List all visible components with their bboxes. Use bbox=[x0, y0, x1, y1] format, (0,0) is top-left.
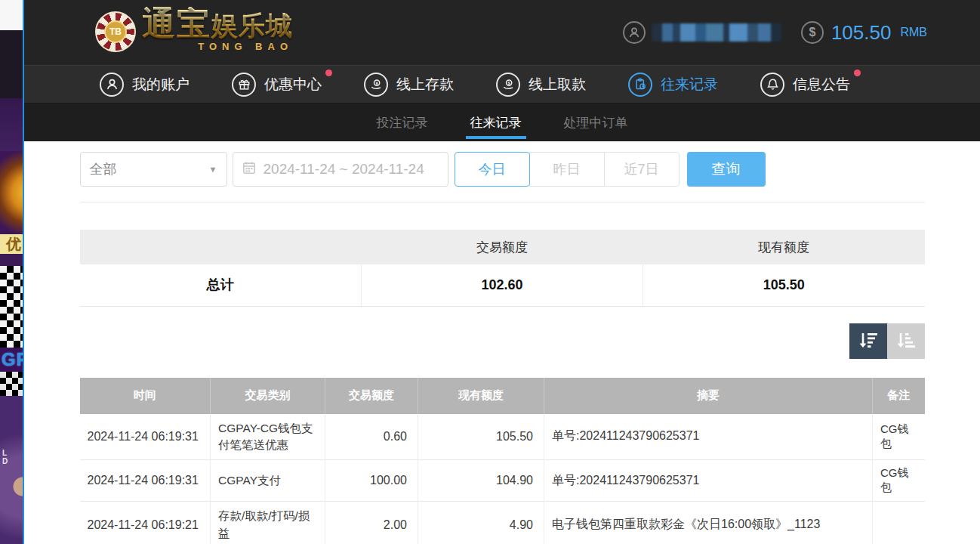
nav-label: 往来记录 bbox=[661, 75, 718, 94]
col-header-summary: 摘要 bbox=[544, 378, 873, 414]
nav-item-my-account[interactable]: 我的账户 bbox=[100, 73, 190, 97]
summary-header-row: 交易额度 现有额度 bbox=[80, 230, 925, 264]
cell-type: 存款/取款/打码/损益 bbox=[211, 502, 325, 544]
cell-note bbox=[873, 502, 925, 544]
username-block[interactable] bbox=[623, 21, 781, 44]
balance-currency: RMB bbox=[900, 26, 927, 39]
background-window-strip: 优 GF L D bbox=[0, 0, 23, 544]
col-header-amount: 交易额度 bbox=[325, 378, 418, 414]
site-header: TB 通宝娱乐城 TONG BAO $ 105.50 RMB bbox=[24, 0, 980, 65]
cell-note: CG钱包 bbox=[873, 414, 925, 460]
bg-promo-label: 优 bbox=[0, 234, 23, 254]
records-header-row: 时间 交易类别 交易额度 现有额度 摘要 备注 bbox=[80, 378, 925, 414]
summary-header-trade: 交易额度 bbox=[362, 230, 643, 264]
bg-character-art: L D bbox=[0, 396, 23, 544]
records-table: 时间 交易类别 交易额度 现有额度 摘要 备注 2024-11-24 06:19… bbox=[80, 378, 925, 544]
withdraw-icon: $ bbox=[496, 73, 520, 97]
user-icon bbox=[100, 73, 124, 97]
cell-summary: 电子钱包第四重取款彩金《次日16:00领取》_1123 bbox=[544, 502, 873, 544]
bell-icon bbox=[760, 73, 784, 97]
filter-bar: 全部 ▼ 2024-11-24 ~ 2024-11-24 今日 昨日 近7日 查… bbox=[80, 152, 925, 187]
cell-amount: 0.60 bbox=[325, 414, 418, 460]
chevron-down-icon: ▼ bbox=[209, 165, 217, 174]
summary-header-balance: 现有额度 bbox=[643, 230, 925, 264]
cell-note: CG钱包 bbox=[873, 460, 925, 502]
nav-item-withdraw[interactable]: $ 线上取款 bbox=[496, 73, 586, 97]
tab-transaction-records[interactable]: 往来记录 bbox=[466, 104, 526, 141]
nav-item-announcements[interactable]: 信息公告 bbox=[760, 73, 850, 97]
casino-chip-icon: TB bbox=[95, 11, 136, 52]
nav-item-deposit[interactable]: ¥ 线上存款 bbox=[364, 73, 454, 97]
logo-text: 通宝娱乐城 TONG BAO bbox=[142, 7, 293, 51]
col-header-type: 交易类别 bbox=[211, 378, 325, 414]
logo-english-name: TONG BAO bbox=[142, 42, 293, 51]
nav-item-promotions[interactable]: 优惠中心 bbox=[232, 73, 322, 97]
cell-type: CGPAY支付 bbox=[211, 460, 325, 502]
records-icon bbox=[628, 73, 652, 97]
summary-header-blank bbox=[80, 230, 362, 264]
calendar-icon bbox=[242, 161, 256, 178]
bg-purple-segment-2 bbox=[0, 254, 23, 266]
col-header-balance: 现有额度 bbox=[418, 378, 544, 414]
cell-time: 2024-11-24 06:19:31 bbox=[80, 460, 211, 502]
bg-purple-segment bbox=[0, 98, 23, 151]
nav-item-transaction-records[interactable]: 往来记录 bbox=[628, 73, 718, 97]
cell-time: 2024-11-24 06:19:21 bbox=[80, 502, 211, 544]
cell-summary: 单号:202411243790625371 bbox=[544, 414, 873, 460]
date-range-input[interactable]: 2024-11-24 ~ 2024-11-24 bbox=[233, 152, 448, 187]
logo-chinese-name: 通宝娱乐城 bbox=[142, 7, 293, 40]
tab-pending-orders[interactable]: 处理中订单 bbox=[559, 104, 633, 141]
sort-controls bbox=[80, 323, 925, 359]
browser-content-window: TB 通宝娱乐城 TONG BAO $ 105.50 RMB bbox=[23, 0, 980, 544]
nav-label: 信息公告 bbox=[793, 75, 850, 94]
nav-label: 线上取款 bbox=[529, 75, 586, 94]
dollar-coin-icon: $ bbox=[801, 21, 824, 44]
nav-label: 我的账户 bbox=[132, 75, 190, 94]
site-logo[interactable]: TB 通宝娱乐城 TONG BAO bbox=[95, 7, 293, 52]
record-subtabs: 投注记录 往来记录 处理中订单 bbox=[24, 104, 980, 141]
cell-type: CGPAY-CG钱包支付笔笔送优惠 bbox=[211, 414, 325, 460]
yesterday-button[interactable]: 昨日 bbox=[529, 152, 605, 187]
bg-qr-code-2 bbox=[0, 372, 23, 396]
user-area: $ 105.50 RMB bbox=[623, 0, 927, 65]
wallet-balance-block[interactable]: $ 105.50 RMB bbox=[801, 21, 927, 45]
bg-gold-coin-art bbox=[0, 151, 23, 234]
quick-date-group: 今日 昨日 近7日 bbox=[455, 152, 680, 187]
balance-amount: 105.50 bbox=[831, 21, 892, 45]
last-7-days-button[interactable]: 近7日 bbox=[604, 152, 680, 187]
chip-tb-monogram: TB bbox=[104, 20, 127, 43]
tab-betting-records[interactable]: 投注记录 bbox=[372, 104, 433, 141]
sort-descending-button[interactable] bbox=[849, 323, 887, 359]
blurred-username bbox=[652, 23, 781, 42]
table-row: 2024-11-24 06:19:21 存款/取款/打码/损益 2.00 4.9… bbox=[80, 502, 925, 544]
today-button[interactable]: 今日 bbox=[455, 152, 530, 187]
section-divider bbox=[80, 202, 925, 202]
nav-label: 优惠中心 bbox=[264, 75, 322, 94]
bg-gf-text: GF bbox=[0, 348, 23, 372]
bg-white-segment bbox=[0, 0, 23, 30]
cell-summary: 单号:202411243790625371 bbox=[544, 460, 873, 502]
col-header-time: 时间 bbox=[80, 378, 211, 414]
user-avatar-icon bbox=[623, 21, 646, 44]
col-header-note: 备注 bbox=[873, 378, 925, 414]
search-button[interactable]: 查询 bbox=[687, 152, 766, 187]
cell-balance: 104.90 bbox=[418, 460, 544, 502]
main-content: 全部 ▼ 2024-11-24 ~ 2024-11-24 今日 昨日 近7日 查… bbox=[24, 141, 980, 544]
sort-ascending-button[interactable] bbox=[887, 323, 925, 359]
cell-balance: 4.90 bbox=[418, 502, 544, 544]
main-nav: 我的账户 优惠中心 ¥ 线上存款 $ 线上取款 往来记录 bbox=[24, 65, 980, 104]
summary-total-trade: 102.60 bbox=[362, 264, 643, 306]
type-select[interactable]: 全部 ▼ bbox=[80, 152, 227, 187]
deposit-icon: ¥ bbox=[364, 73, 388, 97]
cell-amount: 100.00 bbox=[325, 460, 418, 502]
table-row: 2024-11-24 06:19:31 CGPAY-CG钱包支付笔笔送优惠 0.… bbox=[80, 414, 925, 460]
table-row: 2024-11-24 06:19:31 CGPAY支付 100.00 104.9… bbox=[80, 460, 925, 502]
sort-ascending-icon bbox=[895, 331, 917, 351]
type-select-value: 全部 bbox=[90, 160, 117, 178]
summary-table: 交易额度 现有额度 总计 102.60 105.50 bbox=[80, 230, 925, 307]
cell-amount: 2.00 bbox=[325, 502, 418, 544]
summary-total-balance: 105.50 bbox=[643, 264, 925, 306]
bg-ld-text: L D bbox=[2, 449, 23, 465]
cell-balance: 105.50 bbox=[418, 414, 544, 460]
summary-total-label: 总计 bbox=[80, 264, 362, 306]
